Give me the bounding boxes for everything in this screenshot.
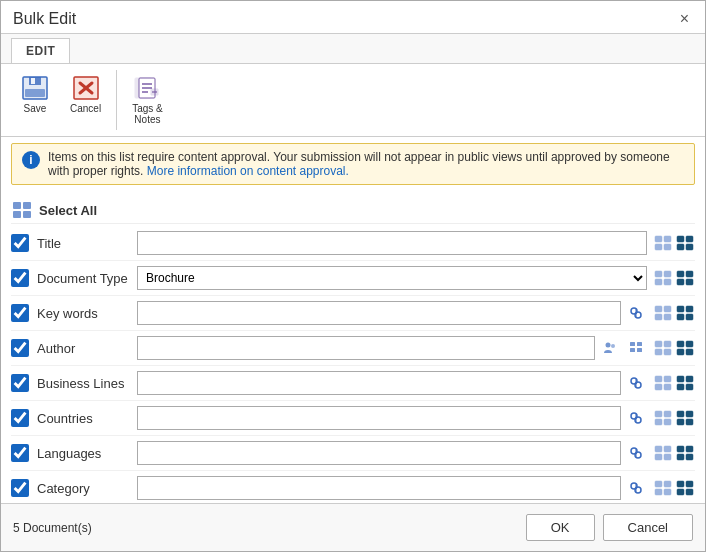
author-checkbox[interactable] [11, 339, 29, 357]
field-row-title: Title [11, 226, 695, 261]
close-button[interactable]: × [676, 9, 693, 29]
svg-rect-55 [655, 349, 662, 355]
author-label: Author [37, 341, 137, 356]
ok-button[interactable]: OK [526, 514, 595, 541]
countries-icon-pair [653, 409, 695, 427]
svg-rect-65 [664, 376, 671, 382]
svg-rect-67 [664, 384, 671, 390]
author-input[interactable] [137, 336, 595, 360]
svg-rect-52 [637, 348, 642, 352]
author-icon-1[interactable] [653, 339, 673, 357]
save-icon [20, 75, 50, 101]
svg-rect-33 [686, 271, 693, 277]
cancel-button[interactable]: Cancel [603, 514, 693, 541]
title-icon-pair [653, 234, 695, 252]
svg-rect-20 [655, 236, 662, 242]
svg-rect-87 [664, 446, 671, 452]
svg-rect-32 [677, 271, 684, 277]
document-type-right-actions [653, 269, 695, 287]
tab-edit[interactable]: EDIT [11, 38, 70, 63]
languages-input[interactable] [137, 441, 621, 465]
svg-rect-75 [655, 411, 662, 417]
select-all-row: Select All [11, 197, 695, 224]
svg-rect-39 [655, 306, 662, 312]
keywords-icon-1[interactable] [653, 304, 673, 322]
business-lines-icon-1[interactable] [653, 374, 673, 392]
info-link[interactable]: More information on content approval. [147, 164, 349, 178]
countries-icon-1[interactable] [653, 409, 673, 427]
info-text: Items on this list require content appro… [48, 150, 684, 178]
category-checkbox[interactable] [11, 479, 29, 497]
keywords-link-icon[interactable] [625, 302, 647, 324]
languages-checkbox[interactable] [11, 444, 29, 462]
category-icon-2[interactable] [675, 479, 695, 497]
title-right-actions [653, 234, 695, 252]
svg-rect-100 [664, 489, 671, 495]
svg-rect-29 [664, 271, 671, 277]
keywords-icon-2[interactable] [675, 304, 695, 322]
title-checkbox[interactable] [11, 234, 29, 252]
svg-rect-77 [655, 419, 662, 425]
svg-rect-45 [677, 314, 684, 320]
svg-rect-19 [23, 211, 31, 218]
svg-rect-31 [664, 279, 671, 285]
svg-rect-46 [686, 314, 693, 320]
svg-rect-49 [630, 342, 635, 346]
toolbar: Save Cancel [1, 64, 705, 137]
business-lines-checkbox[interactable] [11, 374, 29, 392]
svg-rect-101 [677, 481, 684, 487]
category-input-area [137, 476, 647, 500]
countries-checkbox[interactable] [11, 409, 29, 427]
svg-rect-27 [686, 244, 693, 250]
category-input[interactable] [137, 476, 621, 500]
svg-rect-104 [686, 489, 693, 495]
svg-rect-23 [664, 244, 671, 250]
svg-rect-16 [13, 202, 21, 209]
field-row-languages: Languages [11, 436, 695, 471]
svg-rect-82 [686, 419, 693, 425]
author-icon-pair [653, 339, 695, 357]
tags-notes-button[interactable]: Tags &Notes [123, 70, 172, 130]
countries-input[interactable] [137, 406, 621, 430]
languages-link-icon[interactable] [625, 442, 647, 464]
category-link-icon[interactable] [625, 477, 647, 499]
document-type-select[interactable]: Brochure [137, 266, 647, 290]
author-icon-2[interactable] [675, 339, 695, 357]
business-lines-link-icon[interactable] [625, 372, 647, 394]
svg-rect-80 [686, 411, 693, 417]
document-type-icon-1[interactable] [653, 269, 673, 287]
title-icon-1[interactable] [653, 234, 673, 252]
document-type-icon-2[interactable] [675, 269, 695, 287]
author-grid-icon[interactable] [625, 337, 647, 359]
languages-label: Languages [37, 446, 137, 461]
save-button[interactable]: Save [11, 70, 59, 119]
svg-rect-89 [664, 454, 671, 460]
countries-icon-2[interactable] [675, 409, 695, 427]
tags-notes-icon [132, 75, 162, 101]
business-lines-icon-2[interactable] [675, 374, 695, 392]
languages-icon-2[interactable] [675, 444, 695, 462]
title-label: Title [37, 236, 137, 251]
keywords-input[interactable] [137, 301, 621, 325]
tab-bar: EDIT [1, 34, 705, 64]
document-type-checkbox[interactable] [11, 269, 29, 287]
cancel-toolbar-button[interactable]: Cancel [61, 70, 110, 119]
footer-buttons: OK Cancel [526, 514, 693, 541]
title-input[interactable] [137, 231, 647, 255]
doc-count: 5 Document(s) [13, 521, 92, 535]
svg-rect-21 [664, 236, 671, 242]
info-bar: i Items on this list require content app… [11, 143, 695, 185]
svg-rect-97 [655, 481, 662, 487]
title-icon-2[interactable] [675, 234, 695, 252]
keywords-label: Key words [37, 306, 137, 321]
category-icon-1[interactable] [653, 479, 673, 497]
tags-notes-label: Tags &Notes [132, 103, 163, 125]
languages-icon-1[interactable] [653, 444, 673, 462]
svg-rect-53 [655, 341, 662, 347]
keywords-checkbox[interactable] [11, 304, 29, 322]
svg-rect-41 [655, 314, 662, 320]
countries-link-icon[interactable] [625, 407, 647, 429]
svg-rect-58 [686, 341, 693, 347]
author-people-icon[interactable] [599, 337, 621, 359]
business-lines-input[interactable] [137, 371, 621, 395]
